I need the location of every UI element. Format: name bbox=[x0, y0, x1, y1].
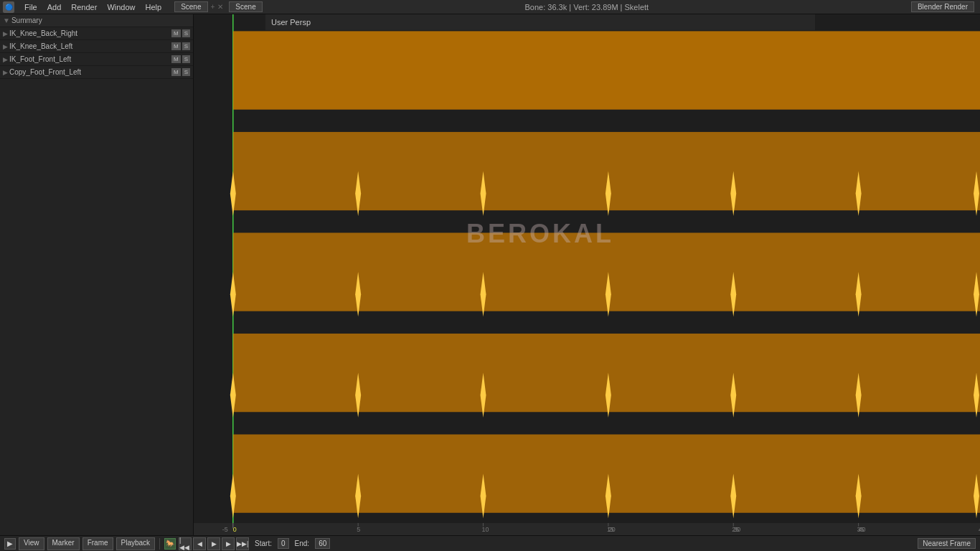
pb-sep1 bbox=[159, 538, 160, 550]
pb-next-btn[interactable]: ▶ bbox=[222, 537, 235, 550]
timeline-labels: ▼ Summary ▶ IK_Knee_Back_Right M S ▶ IK_… bbox=[0, 486, 194, 522]
viewport-label: User Persp bbox=[271, 18, 311, 27]
ruler-right: -5 0 5 10 15 20 25 30 35 40 45 bbox=[194, 523, 980, 535]
svg-text:30: 30 bbox=[733, 526, 740, 533]
pb-view-btn[interactable]: View bbox=[19, 537, 44, 550]
timeline-keyframes[interactable] bbox=[194, 486, 980, 522]
pb-start-btn[interactable]: |◀◀ bbox=[179, 537, 192, 550]
pb-start-label: Start: bbox=[255, 540, 272, 547]
sync-mode[interactable]: Nearest Frame bbox=[918, 538, 976, 549]
title-bar: Bone: 36.3k | Vert: 23.89M | Skelett bbox=[263, 3, 911, 11]
main-layout: 🏠 Scene ≡ ↕ 🔍 + View Search All Scenes 🔍 bbox=[0, 14, 980, 551]
menu-items: File Add Render Window Help bbox=[17, 2, 169, 12]
top-menu-bar: 🔵 File Add Render Window Help Scene + ✕ … bbox=[0, 0, 980, 14]
playback-bar: ▶ View Marker Frame Playback 🐎 |◀◀ ◀ ▶ ▶… bbox=[0, 535, 980, 551]
blender-logo: 🔵 bbox=[3, 1, 14, 13]
svg-text:0: 0 bbox=[233, 526, 237, 533]
pb-start-value[interactable]: 0 bbox=[278, 538, 289, 549]
pb-end-label: End: bbox=[295, 540, 310, 547]
pb-frame-btn[interactable]: Frame bbox=[83, 537, 113, 550]
menu-help[interactable]: Help bbox=[141, 2, 166, 12]
timeline-tracks-area: ▼ Summary ▶ IK_Knee_Back_Right M S ▶ IK_… bbox=[0, 486, 980, 522]
renderer-selector[interactable]: Blender Render bbox=[911, 1, 974, 12]
playback-horsewalk-icon[interactable]: 🐎 bbox=[164, 538, 176, 550]
pb-marker-btn[interactable]: Marker bbox=[47, 537, 80, 550]
scene-name[interactable]: Scene bbox=[229, 1, 262, 12]
playback-type-icon[interactable]: ▶ bbox=[4, 538, 16, 550]
pb-end-btn[interactable]: ▶▶| bbox=[236, 537, 249, 550]
sync-controls: Nearest Frame bbox=[918, 538, 976, 549]
pb-end-value[interactable]: 60 bbox=[315, 538, 330, 549]
bottom-area: ⏱ View Select Marker Channel Key Action … bbox=[0, 468, 980, 551]
menu-window[interactable]: Window bbox=[103, 2, 139, 12]
scene-selector[interactable]: Scene bbox=[174, 1, 207, 12]
menu-render[interactable]: Render bbox=[67, 2, 101, 12]
pb-playback-btn[interactable]: Playback bbox=[116, 537, 156, 550]
menu-add[interactable]: Add bbox=[43, 2, 66, 12]
viewport-header: User Persp bbox=[265, 14, 815, 30]
svg-text:-5: -5 bbox=[222, 526, 228, 533]
menu-file[interactable]: File bbox=[20, 2, 42, 12]
playback-controls: |◀◀ ◀ ▶ ▶ ▶▶| bbox=[179, 537, 249, 550]
svg-text:20: 20 bbox=[608, 526, 616, 533]
pb-play-btn[interactable]: ▶ bbox=[207, 537, 220, 550]
svg-text:5: 5 bbox=[357, 526, 360, 533]
pb-prev-btn[interactable]: ◀ bbox=[193, 537, 206, 550]
svg-text:40: 40 bbox=[859, 526, 866, 533]
svg-text:10: 10 bbox=[482, 526, 489, 533]
